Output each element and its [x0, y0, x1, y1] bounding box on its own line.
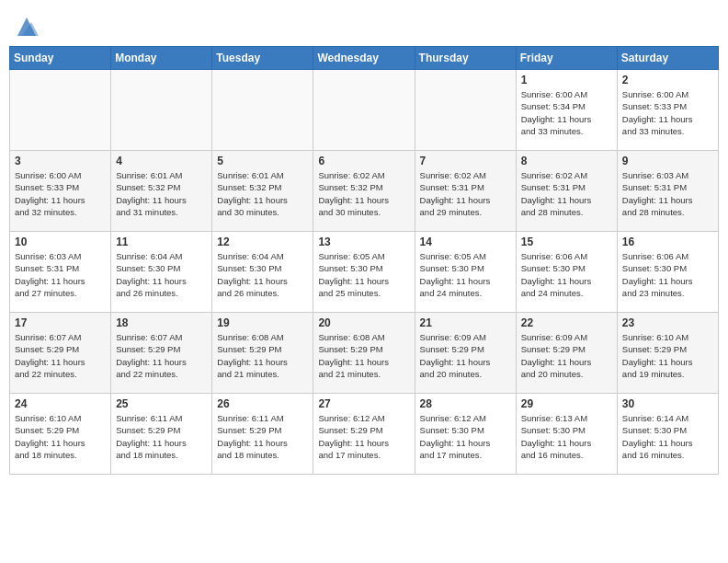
- day-info: Sunrise: 6:00 AM Sunset: 5:34 PM Dayligh…: [521, 88, 612, 137]
- calendar-day-cell: 20Sunrise: 6:08 AM Sunset: 5:29 PM Dayli…: [313, 313, 415, 394]
- day-info: Sunrise: 6:12 AM Sunset: 5:30 PM Dayligh…: [420, 412, 511, 461]
- day-info: Sunrise: 6:01 AM Sunset: 5:32 PM Dayligh…: [217, 169, 308, 218]
- day-number: 16: [622, 236, 713, 248]
- calendar-day-cell: 18Sunrise: 6:07 AM Sunset: 5:29 PM Dayli…: [111, 313, 212, 394]
- logo: [9, 13, 40, 40]
- day-number: 1: [521, 74, 612, 86]
- weekday-header: Monday: [111, 47, 212, 70]
- calendar-day-cell: 2Sunrise: 6:00 AM Sunset: 5:33 PM Daylig…: [617, 70, 718, 151]
- day-number: 21: [420, 316, 511, 329]
- day-number: 12: [217, 236, 308, 248]
- calendar-day-cell: 11Sunrise: 6:04 AM Sunset: 5:30 PM Dayli…: [111, 232, 212, 313]
- calendar-day-cell: 14Sunrise: 6:05 AM Sunset: 5:30 PM Dayli…: [415, 232, 516, 313]
- calendar-week-row: 24Sunrise: 6:10 AM Sunset: 5:29 PM Dayli…: [10, 394, 719, 475]
- logo-icon: [13, 13, 40, 40]
- day-info: Sunrise: 6:02 AM Sunset: 5:31 PM Dayligh…: [521, 169, 612, 218]
- calendar-day-cell: 1Sunrise: 6:00 AM Sunset: 5:34 PM Daylig…: [516, 70, 617, 151]
- calendar-day-cell: 25Sunrise: 6:11 AM Sunset: 5:29 PM Dayli…: [111, 394, 212, 475]
- calendar-week-row: 1Sunrise: 6:00 AM Sunset: 5:34 PM Daylig…: [10, 70, 719, 151]
- weekday-header: Sunday: [10, 47, 111, 70]
- calendar-day-cell: 16Sunrise: 6:06 AM Sunset: 5:30 PM Dayli…: [617, 232, 718, 313]
- day-number: 4: [116, 155, 207, 167]
- day-number: 18: [116, 316, 207, 329]
- day-info: Sunrise: 6:01 AM Sunset: 5:32 PM Dayligh…: [116, 169, 207, 218]
- day-info: Sunrise: 6:10 AM Sunset: 5:29 PM Dayligh…: [15, 412, 106, 461]
- calendar-day-cell: 7Sunrise: 6:02 AM Sunset: 5:31 PM Daylig…: [415, 151, 516, 232]
- calendar-day-cell: 17Sunrise: 6:07 AM Sunset: 5:29 PM Dayli…: [10, 313, 111, 394]
- day-info: Sunrise: 6:00 AM Sunset: 5:33 PM Dayligh…: [622, 88, 713, 137]
- day-number: 17: [15, 316, 106, 329]
- day-number: 14: [420, 236, 511, 248]
- day-number: 22: [521, 316, 612, 329]
- day-info: Sunrise: 6:09 AM Sunset: 5:29 PM Dayligh…: [420, 331, 511, 380]
- calendar-day-cell: 5Sunrise: 6:01 AM Sunset: 5:32 PM Daylig…: [212, 151, 313, 232]
- day-info: Sunrise: 6:03 AM Sunset: 5:31 PM Dayligh…: [622, 169, 713, 218]
- calendar-day-cell: 21Sunrise: 6:09 AM Sunset: 5:29 PM Dayli…: [415, 313, 516, 394]
- calendar-week-row: 17Sunrise: 6:07 AM Sunset: 5:29 PM Dayli…: [10, 313, 719, 394]
- calendar-day-cell: 3Sunrise: 6:00 AM Sunset: 5:33 PM Daylig…: [10, 151, 111, 232]
- calendar-day-cell: 15Sunrise: 6:06 AM Sunset: 5:30 PM Dayli…: [516, 232, 617, 313]
- day-number: 8: [521, 155, 612, 167]
- day-number: 13: [318, 236, 409, 248]
- calendar-day-cell: 23Sunrise: 6:10 AM Sunset: 5:29 PM Dayli…: [617, 313, 718, 394]
- day-number: 10: [15, 236, 106, 248]
- calendar-header-row: SundayMondayTuesdayWednesdayThursdayFrid…: [10, 47, 719, 70]
- day-info: Sunrise: 6:13 AM Sunset: 5:30 PM Dayligh…: [521, 412, 612, 461]
- day-info: Sunrise: 6:14 AM Sunset: 5:30 PM Dayligh…: [622, 412, 713, 461]
- calendar-day-cell: [111, 70, 212, 151]
- day-number: 20: [318, 316, 409, 329]
- day-info: Sunrise: 6:04 AM Sunset: 5:30 PM Dayligh…: [217, 250, 308, 299]
- day-number: 6: [318, 155, 409, 167]
- day-info: Sunrise: 6:07 AM Sunset: 5:29 PM Dayligh…: [116, 331, 207, 380]
- day-info: Sunrise: 6:02 AM Sunset: 5:31 PM Dayligh…: [420, 169, 511, 218]
- day-number: 24: [15, 397, 106, 410]
- day-number: 26: [217, 397, 308, 410]
- day-info: Sunrise: 6:00 AM Sunset: 5:33 PM Dayligh…: [15, 169, 106, 218]
- weekday-header: Saturday: [617, 47, 718, 70]
- calendar-day-cell: 12Sunrise: 6:04 AM Sunset: 5:30 PM Dayli…: [212, 232, 313, 313]
- day-number: 2: [622, 74, 713, 86]
- day-number: 29: [521, 397, 612, 410]
- weekday-header: Thursday: [415, 47, 516, 70]
- day-number: 11: [116, 236, 207, 248]
- calendar-day-cell: 9Sunrise: 6:03 AM Sunset: 5:31 PM Daylig…: [617, 151, 718, 232]
- calendar-day-cell: 26Sunrise: 6:11 AM Sunset: 5:29 PM Dayli…: [212, 394, 313, 475]
- calendar-day-cell: 4Sunrise: 6:01 AM Sunset: 5:32 PM Daylig…: [111, 151, 212, 232]
- day-number: 28: [420, 397, 511, 410]
- calendar-day-cell: [313, 70, 415, 151]
- weekday-header: Friday: [516, 47, 617, 70]
- page-header: [9, 9, 719, 40]
- calendar-day-cell: 24Sunrise: 6:10 AM Sunset: 5:29 PM Dayli…: [10, 394, 111, 475]
- day-info: Sunrise: 6:02 AM Sunset: 5:32 PM Dayligh…: [318, 169, 409, 218]
- day-info: Sunrise: 6:09 AM Sunset: 5:29 PM Dayligh…: [521, 331, 612, 380]
- calendar-day-cell: 28Sunrise: 6:12 AM Sunset: 5:30 PM Dayli…: [415, 394, 516, 475]
- calendar-week-row: 10Sunrise: 6:03 AM Sunset: 5:31 PM Dayli…: [10, 232, 719, 313]
- calendar-day-cell: 30Sunrise: 6:14 AM Sunset: 5:30 PM Dayli…: [617, 394, 718, 475]
- day-info: Sunrise: 6:08 AM Sunset: 5:29 PM Dayligh…: [318, 331, 409, 380]
- calendar-day-cell: 19Sunrise: 6:08 AM Sunset: 5:29 PM Dayli…: [212, 313, 313, 394]
- day-number: 25: [116, 397, 207, 410]
- calendar-day-cell: 6Sunrise: 6:02 AM Sunset: 5:32 PM Daylig…: [313, 151, 415, 232]
- day-info: Sunrise: 6:05 AM Sunset: 5:30 PM Dayligh…: [420, 250, 511, 299]
- day-info: Sunrise: 6:11 AM Sunset: 5:29 PM Dayligh…: [217, 412, 308, 461]
- calendar-table: SundayMondayTuesdayWednesdayThursdayFrid…: [9, 46, 719, 475]
- day-number: 3: [15, 155, 106, 167]
- day-info: Sunrise: 6:05 AM Sunset: 5:30 PM Dayligh…: [318, 250, 409, 299]
- calendar-week-row: 3Sunrise: 6:00 AM Sunset: 5:33 PM Daylig…: [10, 151, 719, 232]
- day-number: 30: [622, 397, 713, 410]
- calendar-day-cell: 13Sunrise: 6:05 AM Sunset: 5:30 PM Dayli…: [313, 232, 415, 313]
- calendar-day-cell: [212, 70, 313, 151]
- day-info: Sunrise: 6:12 AM Sunset: 5:29 PM Dayligh…: [318, 412, 409, 461]
- day-info: Sunrise: 6:08 AM Sunset: 5:29 PM Dayligh…: [217, 331, 308, 380]
- calendar-day-cell: 29Sunrise: 6:13 AM Sunset: 5:30 PM Dayli…: [516, 394, 617, 475]
- day-info: Sunrise: 6:06 AM Sunset: 5:30 PM Dayligh…: [622, 250, 713, 299]
- day-number: 7: [420, 155, 511, 167]
- calendar-day-cell: 10Sunrise: 6:03 AM Sunset: 5:31 PM Dayli…: [10, 232, 111, 313]
- calendar-day-cell: 22Sunrise: 6:09 AM Sunset: 5:29 PM Dayli…: [516, 313, 617, 394]
- day-number: 5: [217, 155, 308, 167]
- calendar-day-cell: 27Sunrise: 6:12 AM Sunset: 5:29 PM Dayli…: [313, 394, 415, 475]
- day-info: Sunrise: 6:04 AM Sunset: 5:30 PM Dayligh…: [116, 250, 207, 299]
- day-number: 9: [622, 155, 713, 167]
- day-info: Sunrise: 6:03 AM Sunset: 5:31 PM Dayligh…: [15, 250, 106, 299]
- day-number: 23: [622, 316, 713, 329]
